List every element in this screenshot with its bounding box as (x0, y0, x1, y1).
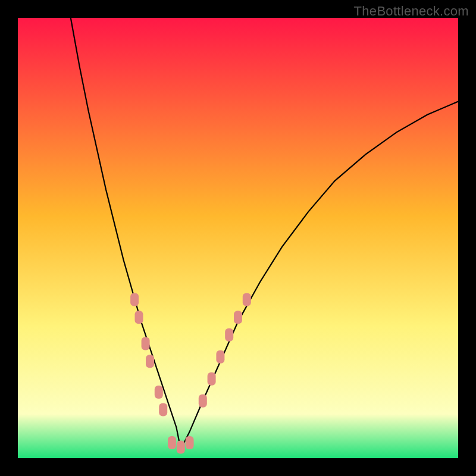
marker-bottom-1 (177, 441, 185, 454)
watermark-text: TheBottleneck.com (354, 4, 469, 19)
marker-right-3 (225, 328, 233, 342)
marker-left-2 (142, 337, 150, 350)
marker-left-3 (146, 355, 154, 368)
marker-right-4 (234, 311, 242, 324)
marker-bottom-2 (186, 436, 194, 449)
marker-right-2 (216, 350, 224, 364)
plot-area (18, 18, 458, 458)
chart-svg (18, 18, 458, 458)
marker-left-4 (155, 386, 163, 399)
chart-frame: TheBottleneck.com (0, 0, 476, 476)
marker-left-0 (130, 293, 139, 306)
gradient-background (18, 18, 458, 458)
marker-right-0 (199, 394, 207, 408)
marker-bottom-0 (168, 436, 176, 449)
marker-left-1 (135, 311, 143, 324)
marker-right-1 (208, 372, 216, 386)
marker-left-5 (159, 403, 167, 416)
marker-right-5 (243, 293, 251, 306)
